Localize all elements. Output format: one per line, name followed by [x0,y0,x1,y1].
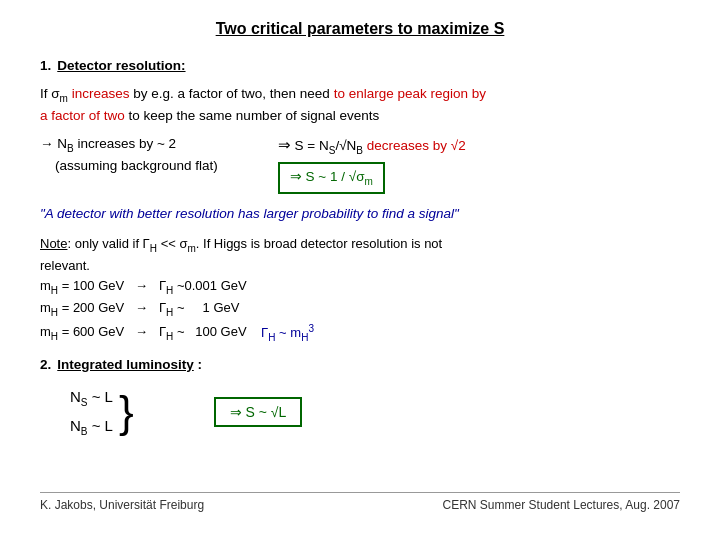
arrow-right: ⇒ S = NS/√NB decreases by √2 ⇒ S ~ 1 / √… [278,134,466,193]
section2-header: 2.Integrated luminosity : [40,355,680,375]
note-section: Note: only valid if ΓH << σm. If Higgs i… [40,234,680,345]
section1-label: Detector resolution: [57,58,185,73]
ns-line: NS ~ L [70,383,113,412]
section2-number: 2. [40,357,51,372]
brace-symbol: } [119,390,134,434]
note-label: Note [40,236,67,251]
formula-box-2: ⇒ S ~ √L [214,397,303,427]
decreases-text: decreases by √2 [367,138,466,153]
gamma-mh3: ΓH ~ mH3 [261,325,314,340]
footer: K. Jakobs, Universität Freiburg CERN Sum… [40,492,680,512]
ns-nb-block: NS ~ L NB ~ L [40,383,113,441]
section2-label: Integrated luminosity [57,357,194,372]
factor-two-text: a factor of two [40,108,125,123]
section1-header: 1.Detector resolution: [40,56,680,76]
footer-right: CERN Summer Student Lectures, Aug. 2007 [443,498,680,512]
slide: Two critical parameters to maximize S 1.… [0,0,720,540]
section2-row: NS ~ L NB ~ L } ⇒ S ~ √L [40,383,680,441]
footer-left: K. Jakobs, Universität Freiburg [40,498,204,512]
section1-number: 1. [40,58,51,73]
arrow-row: → NB increases by ~ 2 (assuming backgrou… [40,134,680,193]
quote-text: "A detector with better resolution has l… [40,204,680,224]
formula-box-1: ⇒ S ~ 1 / √σm [278,162,385,194]
increases-text: increases [72,86,130,101]
enlarge-text: to enlarge peak region by [334,86,486,101]
nb-line: NB ~ L [70,412,113,441]
section2-colon: : [194,357,202,372]
arrow-left: → NB increases by ~ 2 (assuming backgrou… [40,134,218,176]
section2: 2.Integrated luminosity : NS ~ L NB ~ L … [40,355,680,441]
section1-line1: If σm increases by e.g. a factor of two,… [40,84,680,126]
slide-title: Two critical parameters to maximize S [40,20,680,38]
